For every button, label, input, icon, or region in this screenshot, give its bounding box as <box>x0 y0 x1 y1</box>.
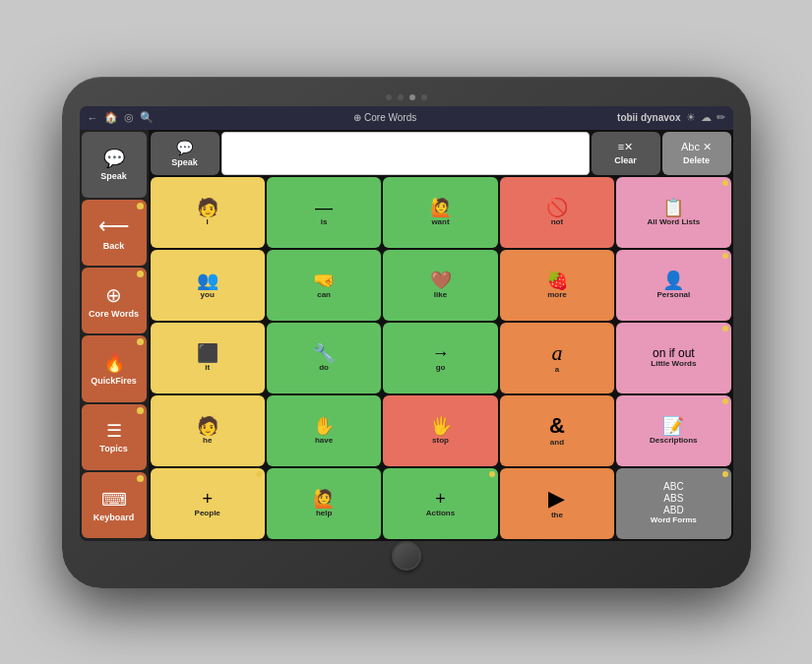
cell-all-word-lists[interactable]: 📋 All Word Lists <box>616 177 730 248</box>
cell-it[interactable]: ⬛ it <box>151 323 265 393</box>
grid-row-1: 🧑 I — is 🙋 want 🚫 not <box>151 177 731 248</box>
sidebar-item-keyboard[interactable]: ⌨ Keyboard <box>82 472 147 538</box>
tablet-bottom <box>80 541 733 571</box>
cell-not[interactable]: 🚫 not <box>500 177 614 248</box>
top-row: 💬 Speak ≡✕ Clear Abc ✕ Delete <box>151 132 731 175</box>
keyboard-icon: ⌨ <box>101 489 127 511</box>
is-icon: — <box>315 198 333 218</box>
back-icon[interactable]: ← <box>88 112 98 124</box>
sidebar-item-speak[interactable]: 💬 Speak <box>82 132 147 198</box>
corner-indicator <box>137 338 144 345</box>
cell-a[interactable]: a a <box>500 323 614 393</box>
cell-want[interactable]: 🙋 want <box>383 177 497 248</box>
core-words-icon: ⊕ <box>105 283 122 307</box>
corner-indicator <box>722 398 728 404</box>
corner-indicator <box>137 475 144 482</box>
topbar-title: ⊕ Core Words <box>353 112 416 123</box>
dot-1 <box>386 94 392 100</box>
can-icon: 🤜 <box>313 270 335 291</box>
delete-button[interactable]: Abc ✕ Delete <box>662 132 731 175</box>
sidebar: 💬 Speak ⟵ Back ⊕ Core Words 🔥 QuickFires <box>80 130 149 541</box>
search-icon[interactable]: 🔍 <box>140 111 154 124</box>
main-area: 💬 Speak ≡✕ Clear Abc ✕ Delete <box>149 130 733 541</box>
you-icon: 👥 <box>197 270 219 291</box>
cell-help[interactable]: 🙋 help <box>267 468 381 539</box>
dot-3 <box>409 94 415 100</box>
topbar-right: tobii dynavox ☀ ☁ ✏ <box>617 111 724 124</box>
back-nav-icon: ⟵ <box>98 213 130 239</box>
cell-you[interactable]: 👥 you <box>151 250 265 321</box>
sidebar-item-topics[interactable]: ☰ Topics <box>82 404 147 470</box>
corner-indicator <box>722 180 728 186</box>
cell-and[interactable]: & and <box>500 395 614 466</box>
corner-indicator <box>489 471 495 477</box>
clear-button[interactable]: ≡✕ Clear <box>592 132 660 175</box>
cell-little-words[interactable]: on if out Little Words <box>616 323 730 393</box>
cell-the[interactable]: ▶ the <box>500 468 614 539</box>
cell-have[interactable]: ✋ have <box>267 395 381 466</box>
speak-icon: 💬 <box>103 148 125 169</box>
speak-button[interactable]: 💬 Speak <box>151 132 219 175</box>
little-words-icon: on if out <box>653 346 695 360</box>
topics-icon: ☰ <box>106 420 122 442</box>
corner-indicator <box>722 253 728 259</box>
tablet-dots <box>386 94 427 100</box>
word-grid: 🧑 I — is 🙋 want 🚫 not <box>151 177 731 539</box>
cell-he[interactable]: 🧑 he <box>151 395 265 466</box>
want-icon: 🙋 <box>430 197 452 218</box>
corner-indicator <box>722 471 728 477</box>
edit-icon[interactable]: ✏ <box>717 111 725 124</box>
topbar-left: ← 🏠 ◎ 🔍 <box>88 111 154 124</box>
cell-go[interactable]: → go <box>383 323 497 393</box>
brightness-icon[interactable]: ☀ <box>686 111 696 124</box>
grid-row-5: + People 🙋 help + Actions <box>151 468 731 539</box>
cell-people[interactable]: + People <box>151 468 265 539</box>
corner-indicator <box>137 203 144 210</box>
home-icon[interactable]: 🏠 <box>104 111 118 124</box>
speak-btn-icon: 💬 <box>176 140 193 155</box>
a-icon: a <box>551 340 562 366</box>
home-button[interactable] <box>392 541 421 571</box>
have-icon: ✋ <box>313 415 335 437</box>
cell-personal[interactable]: 👤 Personal <box>616 250 730 321</box>
like-icon: 🤎 <box>430 270 452 291</box>
sidebar-item-back[interactable]: ⟵ Back <box>82 200 147 266</box>
cell-stop[interactable]: 🖐 stop <box>383 395 497 466</box>
corner-indicator <box>137 407 144 414</box>
cell-can[interactable]: 🤜 can <box>267 250 381 321</box>
and-icon: & <box>549 413 565 439</box>
recent-icon[interactable]: ◎ <box>124 111 134 124</box>
grid-row-4: 🧑 he ✋ have 🖐 stop & a <box>151 395 731 466</box>
not-icon: 🚫 <box>546 197 568 218</box>
cell-is[interactable]: — is <box>267 177 381 248</box>
cell-do[interactable]: 🔧 do <box>267 323 381 393</box>
corner-indicator <box>256 471 262 477</box>
the-icon: ▶ <box>548 486 565 512</box>
people-add-icon: + <box>202 489 213 510</box>
dot-4 <box>421 94 427 100</box>
delete-icon: Abc ✕ <box>681 141 712 153</box>
word-lists-icon: 📋 <box>662 197 684 218</box>
personal-icon: 👤 <box>662 270 684 291</box>
cell-actions[interactable]: + Actions <box>383 468 497 539</box>
sidebar-item-core-words[interactable]: ⊕ Core Words <box>82 268 147 333</box>
it-icon: ⬛ <box>197 342 219 364</box>
cell-like[interactable]: 🤎 like <box>383 250 497 321</box>
screen-content: 💬 Speak ⟵ Back ⊕ Core Words 🔥 QuickFires <box>80 130 733 541</box>
cell-word-forms[interactable]: ABCABSABD Word Forms <box>616 468 730 539</box>
actions-add-icon: + <box>435 489 446 510</box>
cell-i[interactable]: 🧑 I <box>151 177 265 248</box>
grid-row-3: ⬛ it 🔧 do → go a a <box>151 323 731 393</box>
screen-topbar: ← 🏠 ◎ 🔍 ⊕ Core Words tobii dynavox ☀ ☁ ✏ <box>80 106 733 130</box>
sidebar-item-quickfires[interactable]: 🔥 QuickFires <box>82 335 147 401</box>
cell-more[interactable]: 🍓 more <box>500 250 614 321</box>
text-input-field[interactable] <box>221 132 590 175</box>
corner-indicator <box>722 326 728 332</box>
tablet-screen: ← 🏠 ◎ 🔍 ⊕ Core Words tobii dynavox ☀ ☁ ✏… <box>80 106 733 541</box>
go-icon: → <box>432 343 450 364</box>
help-icon: 🙋 <box>313 488 335 510</box>
cell-descriptions[interactable]: 📝 Descriptions <box>616 395 730 466</box>
corner-indicator <box>137 271 144 277</box>
cloud-icon[interactable]: ☁ <box>701 111 712 124</box>
descriptions-icon: 📝 <box>662 415 684 437</box>
